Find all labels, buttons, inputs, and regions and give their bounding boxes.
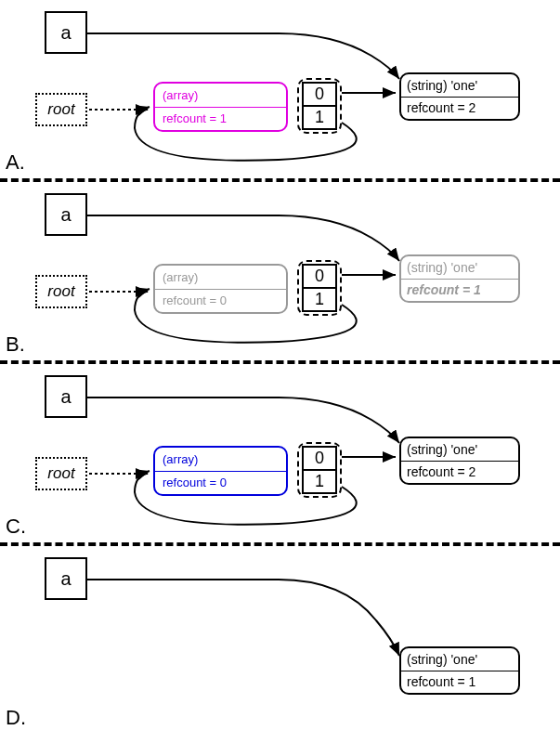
panel-b: a root (array) refcount = 0 0 1 (string)… [0, 182, 560, 360]
variable-a-box: a [45, 193, 87, 236]
array-index-1: 1 [304, 471, 335, 492]
array-index-1: 1 [304, 107, 335, 128]
root-label: root [47, 282, 74, 301]
array-index-0: 0 [304, 84, 335, 107]
string-zval-box: (string) 'one' refcount = 1 [399, 254, 520, 303]
variable-a-label: a [60, 386, 71, 408]
array-type-label: (array) [163, 88, 198, 102]
panel-label: B. [6, 332, 25, 357]
panel-d: a (string) 'one' refcount = 1 D. [0, 546, 560, 732]
string-type-label: (string) 'one' [407, 260, 477, 275]
string-type-label: (string) 'one' [407, 78, 477, 93]
panel-a: a root (array) refcount = 1 0 1 (string)… [0, 0, 560, 178]
array-refcount-label: refcount = 0 [163, 476, 227, 489]
variable-a-label: a [60, 22, 71, 44]
array-indices-container: 0 1 [297, 78, 342, 134]
root-label: root [47, 100, 74, 119]
string-refcount-label: refcount = 1 [407, 674, 475, 689]
array-type-label: (array) [163, 270, 198, 284]
array-indices-box: 0 1 [302, 264, 337, 312]
root-box: root [35, 93, 87, 126]
string-refcount-label: refcount = 2 [407, 464, 475, 479]
array-index-1: 1 [304, 289, 335, 310]
string-zval-box: (string) 'one' refcount = 1 [399, 646, 520, 695]
panel-label: C. [6, 515, 26, 539]
array-index-0: 0 [304, 266, 335, 289]
variable-a-box: a [45, 557, 87, 600]
root-box: root [35, 275, 87, 308]
array-refcount-label: refcount = 0 [163, 293, 227, 307]
string-zval-box: (string) 'one' refcount = 2 [399, 72, 520, 121]
array-index-0: 0 [304, 448, 335, 471]
array-indices-container: 0 1 [297, 260, 342, 316]
array-zval-box: (array) refcount = 1 [153, 82, 288, 132]
string-type-label: (string) 'one' [407, 442, 477, 457]
array-refcount-label: refcount = 1 [163, 111, 227, 125]
root-label: root [47, 464, 74, 483]
array-indices-box: 0 1 [302, 446, 337, 494]
string-refcount-label: refcount = 1 [407, 282, 481, 297]
variable-a-box: a [45, 375, 87, 418]
variable-a-label: a [60, 204, 71, 226]
array-zval-box: (array) refcount = 0 [153, 264, 288, 314]
variable-a-label: a [60, 568, 71, 590]
panel-label: D. [6, 706, 26, 730]
string-type-label: (string) 'one' [407, 652, 477, 667]
variable-a-box: a [45, 11, 87, 54]
array-indices-box: 0 1 [302, 82, 337, 130]
array-zval-box: (array) refcount = 0 [153, 446, 288, 496]
string-refcount-label: refcount = 2 [407, 100, 475, 115]
panel-c: a root (array) refcount = 0 0 1 (string)… [0, 364, 560, 542]
array-indices-container: 0 1 [297, 442, 342, 498]
panel-label: A. [6, 150, 25, 175]
string-zval-box: (string) 'one' refcount = 2 [399, 437, 520, 485]
array-type-label: (array) [163, 452, 198, 466]
root-box: root [35, 457, 87, 490]
